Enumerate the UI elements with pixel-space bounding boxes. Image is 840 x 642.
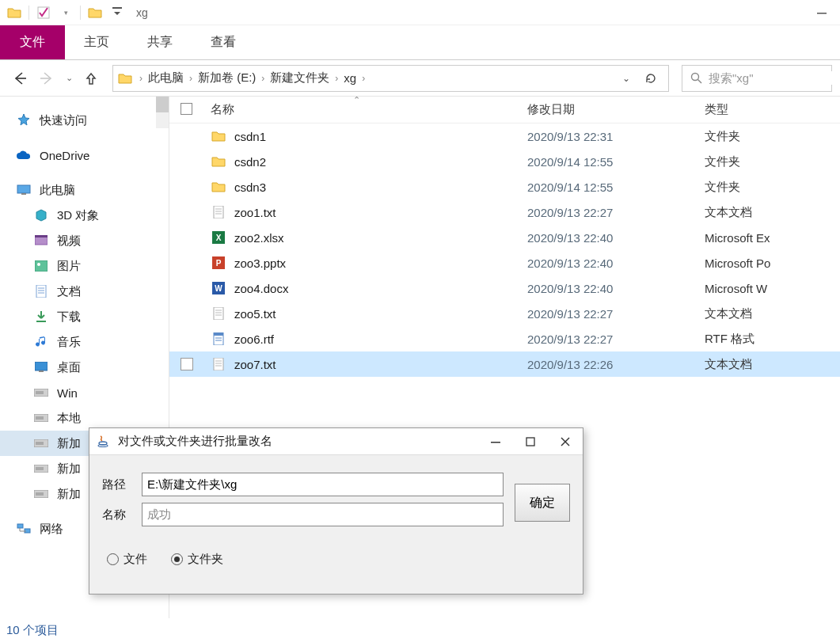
sidebar-item-label: 视频	[57, 234, 81, 249]
file-tab[interactable]: 文件	[0, 25, 65, 59]
crumb-drive[interactable]: 新加卷 (E:)	[195, 70, 259, 85]
home-tab[interactable]: 主页	[65, 25, 128, 59]
dialog-minimize-button[interactable]	[478, 431, 513, 453]
forward-button[interactable]	[35, 66, 59, 90]
column-headers: 名称⌃ 修改日期 类型	[169, 97, 840, 123]
recent-dropdown[interactable]: ⌄	[62, 66, 76, 90]
sidebar-item-label: 图片	[57, 259, 81, 274]
minimize-button[interactable]	[804, 0, 840, 25]
sidebar-item-1[interactable]: OneDrive	[0, 142, 169, 168]
sidebar-item-label: 新加	[57, 436, 81, 451]
svg-rect-23	[36, 416, 44, 420]
sidebar-item-4[interactable]: 视频	[0, 228, 169, 253]
sidebar-item-label: 文档	[57, 284, 81, 299]
file-date: 2020/9/13 22:40	[527, 231, 705, 245]
up-button[interactable]	[79, 66, 103, 90]
folder-icon	[211, 154, 226, 169]
java-icon	[96, 434, 112, 450]
file-type: 文本文档	[705, 357, 840, 372]
file-name: zoo7.txt	[234, 358, 276, 371]
qat-dropdown-icon[interactable]: ▾	[57, 4, 74, 21]
file-row[interactable]: csdn12020/9/13 22:31文件夹	[169, 123, 840, 149]
path-input[interactable]	[142, 473, 504, 496]
svg-text:X: X	[216, 234, 222, 242]
chevron-right-icon[interactable]: ›	[187, 73, 195, 84]
sidebar-item-label: OneDrive	[40, 149, 89, 162]
sidebar-item-0[interactable]: 快速访问	[0, 108, 169, 133]
net-icon	[16, 521, 32, 537]
chevron-right-icon[interactable]: ›	[259, 73, 267, 84]
file-row[interactable]: zoo1.txt2020/9/13 22:27文本文档	[169, 199, 840, 225]
file-name: csdn3	[234, 180, 266, 194]
svg-rect-7	[17, 185, 30, 193]
search-box[interactable]	[682, 65, 832, 92]
sidebar-item-3[interactable]: 3D 对象	[0, 203, 169, 228]
sidebar-scrollbar[interactable]	[156, 97, 169, 128]
svg-point-55	[98, 444, 108, 446]
sidebar-item-label: 快速访问	[40, 113, 87, 128]
svg-rect-21	[36, 391, 44, 394]
ok-button[interactable]: 确定	[515, 484, 570, 522]
svg-rect-57	[526, 438, 534, 446]
crumb-folder[interactable]: 新建文件夹	[267, 70, 333, 85]
row-checkbox[interactable]	[181, 358, 211, 370]
file-row[interactable]: zoo5.txt2020/9/13 22:27文本文档	[169, 301, 840, 326]
svg-rect-8	[21, 193, 26, 195]
file-type: 文本文档	[705, 205, 840, 220]
file-type: 文件夹	[705, 129, 840, 144]
address-bar[interactable]: › 此电脑 › 新加卷 (E:) › 新建文件夹 › xg › ⌄	[112, 65, 669, 92]
drive-icon	[33, 435, 49, 451]
file-row[interactable]: Wzoo4.docx2020/9/13 22:40Microsoft W	[169, 275, 840, 301]
sidebar-item-9[interactable]: 桌面	[0, 355, 169, 380]
chevron-right-icon[interactable]: ›	[137, 73, 145, 84]
dialog-titlebar[interactable]: 对文件或文件夹进行批量改名	[89, 428, 583, 455]
address-dropdown[interactable]: ⌄	[622, 73, 630, 84]
file-row[interactable]: Pzoo3.pptx2020/9/13 22:40Microsoft Po	[169, 250, 840, 275]
name-input[interactable]	[142, 503, 504, 526]
svg-rect-1	[112, 7, 122, 9]
column-header-type[interactable]: 类型	[705, 102, 840, 117]
svg-rect-50	[214, 358, 223, 370]
chevron-right-icon[interactable]: ›	[333, 73, 340, 84]
dialog-maximize-button[interactable]	[513, 431, 548, 453]
svg-line-6	[698, 80, 702, 84]
column-header-date[interactable]: 修改日期	[527, 102, 705, 117]
sidebar-item-8[interactable]: 音乐	[0, 329, 169, 355]
select-all-checkbox[interactable]	[181, 103, 211, 117]
file-row[interactable]: zoo7.txt2020/9/13 22:26文本文档	[169, 351, 840, 377]
refresh-button[interactable]	[644, 72, 657, 85]
view-tab[interactable]: 查看	[192, 25, 255, 59]
column-header-name[interactable]: 名称⌃	[211, 102, 527, 117]
pc-icon	[16, 182, 32, 198]
sidebar-item-label: 新加	[57, 487, 81, 502]
share-tab[interactable]: 共享	[128, 25, 192, 59]
file-row[interactable]: csdn22020/9/14 12:55文件夹	[169, 149, 840, 174]
radio-file[interactable]: 文件	[107, 552, 147, 567]
sidebar-item-7[interactable]: 下载	[0, 304, 169, 329]
file-row[interactable]: Xzoo2.xlsx2020/9/13 22:40Microsoft Ex	[169, 225, 840, 250]
svg-rect-2	[817, 13, 827, 14]
file-row[interactable]: zoo6.rtf2020/9/13 22:27RTF 格式	[169, 326, 840, 351]
chevron-right-icon[interactable]: ›	[359, 73, 367, 84]
sidebar-item-5[interactable]: 图片	[0, 253, 169, 279]
radio-folder[interactable]: 文件夹	[171, 552, 223, 567]
sidebar-item-2[interactable]: 此电脑	[0, 177, 169, 203]
file-date: 2020/9/13 22:27	[527, 332, 705, 346]
navigation-bar: ⌄ › 此电脑 › 新加卷 (E:) › 新建文件夹 › xg › ⌄	[0, 60, 840, 97]
qat-checkbox-icon[interactable]	[35, 4, 52, 21]
dialog-title: 对文件或文件夹进行批量改名	[118, 434, 478, 449]
dialog-close-button[interactable]	[548, 431, 583, 453]
file-row[interactable]: csdn32020/9/14 12:55文件夹	[169, 174, 840, 199]
sidebar-item-10[interactable]: Win	[0, 380, 169, 405]
file-name: zoo5.txt	[234, 307, 276, 321]
back-button[interactable]	[8, 66, 32, 90]
sidebar-item-label: 新加	[57, 462, 81, 477]
file-date: 2020/9/13 22:31	[527, 130, 705, 143]
sidebar-item-6[interactable]: 文档	[0, 279, 169, 304]
crumb-current[interactable]: xg	[340, 71, 359, 85]
svg-rect-47	[214, 332, 223, 336]
search-input[interactable]	[709, 71, 840, 85]
customize-qat-icon[interactable]	[108, 4, 126, 21]
crumb-pc[interactable]: 此电脑	[145, 70, 187, 85]
separator	[80, 6, 81, 20]
